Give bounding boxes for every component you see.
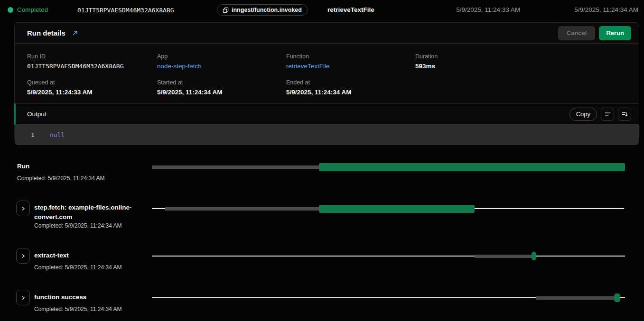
duration-value: 593ms [415,63,626,70]
field-function: Function retrieveTextFile [286,53,415,70]
scroll-to-bottom-icon [621,110,628,118]
copy-icon [223,7,229,13]
timeline-row-completed: Completed: 5/9/2025, 11:24:34 AM [34,306,122,312]
run-id-value: 01JTT5RPVAESDM46M32A6X8ABG [27,63,157,70]
output-section-header: Output Copy [15,103,639,124]
status-dot-icon [8,7,13,13]
timeline-segment-marker [614,293,620,302]
expand-row-button[interactable] [16,290,30,305]
timeline-segment-run [319,205,475,213]
timeline-segment-queue [152,165,319,169]
field-label: Run ID [27,53,157,60]
field-label: Duration [415,53,626,60]
timeline-segment-line [152,256,625,257]
timeline-row-name: step.fetch: example-files.online-convert… [34,203,147,222]
field-queued-at: Queued at 5/9/2025, 11:24:33 AM [27,79,157,96]
output-code-text: null [50,131,65,138]
topbar-started-time: 5/9/2025, 11:24:34 AM [574,6,638,13]
run-detail-grid: Run ID 01JTT5RPVAESDM46M32A6X8ABG App no… [15,44,639,96]
timeline-row-name: function success [34,293,86,302]
expand-row-button[interactable] [16,248,30,264]
field-label: Function [286,53,415,60]
timeline-row-completed: Completed: 5/9/2025, 11:24:34 AM [34,264,122,271]
expand-row-button[interactable] [16,201,30,216]
chevron-right-icon [20,295,26,301]
output-title: Output [27,110,47,118]
timeline-track [152,162,625,172]
chevron-right-icon [20,253,26,259]
panel-title: Run details [27,29,65,37]
wrap-text-button[interactable] [601,108,614,121]
scroll-to-bottom-button[interactable] [618,108,631,121]
field-label: Started at [157,79,286,86]
event-badge[interactable]: inngest/function.invoked [217,4,308,16]
external-link-icon[interactable] [72,30,78,36]
field-label: Ended at [286,79,415,86]
run-details-header: Run details Cancel Rerun [15,23,639,44]
run-details-panel: Run details Cancel Rerun Run ID 01JTT5RP… [14,22,639,141]
timeline-row-name: extract-text [34,251,69,260]
timeline-segment-run [319,163,625,171]
copy-button[interactable]: Copy [569,108,597,121]
field-label: Queued at [27,79,157,86]
queued-at-value: 5/9/2025, 11:24:33 AM [27,89,157,96]
timeline-segment-queue [475,255,532,258]
output-status-accent [14,104,16,124]
wrap-text-icon [604,110,611,118]
topbar-queued-time: 5/9/2025, 11:24:33 AM [456,6,520,13]
cancel-button[interactable]: Cancel [558,26,596,40]
field-app: App node-step-fetch [157,53,286,70]
chevron-right-icon [20,206,26,211]
started-at-value: 5/9/2025, 11:24:34 AM [157,89,286,96]
function-link[interactable]: retrieveTextFile [286,63,415,70]
ended-at-value: 5/9/2025, 11:24:34 AM [286,89,415,96]
timeline-row-name: Run [17,162,29,171]
timeline-track [152,251,625,261]
field-started-at: Started at 5/9/2025, 11:24:34 AM [157,79,286,96]
top-status-bar: Completed 01JTT5RPVAESDM46M32A6X8ABG inn… [0,0,644,20]
timeline-track [152,204,625,213]
output-code-viewer[interactable]: 1 null [15,124,639,145]
timeline-segment-marker [532,252,536,260]
line-number: 1 [31,131,37,138]
rerun-button[interactable]: Rerun [599,26,631,40]
timeline-segment-queue [536,296,615,300]
field-run-id: Run ID 01JTT5RPVAESDM46M32A6X8ABG [27,53,157,70]
field-ended-at: Ended at 5/9/2025, 11:24:34 AM [286,79,415,96]
timeline-segment-queue [165,207,319,211]
event-badge-label: inngest/function.invoked [232,7,302,13]
timeline-track [152,293,625,303]
topbar-function-name: retrieveTextFile [327,6,374,13]
timeline-row-completed: Completed: 5/9/2025, 11:24:34 AM [17,175,105,182]
app-link[interactable]: node-step-fetch [157,63,286,70]
field-label: App [157,53,286,60]
status-label: Completed [17,6,48,13]
field-duration: Duration 593ms [415,53,626,70]
topbar-run-id: 01JTT5RPVAESDM46M32A6X8ABG [77,7,174,14]
timeline-row-completed: Completed: 5/9/2025, 11:24:34 AM [34,222,122,229]
